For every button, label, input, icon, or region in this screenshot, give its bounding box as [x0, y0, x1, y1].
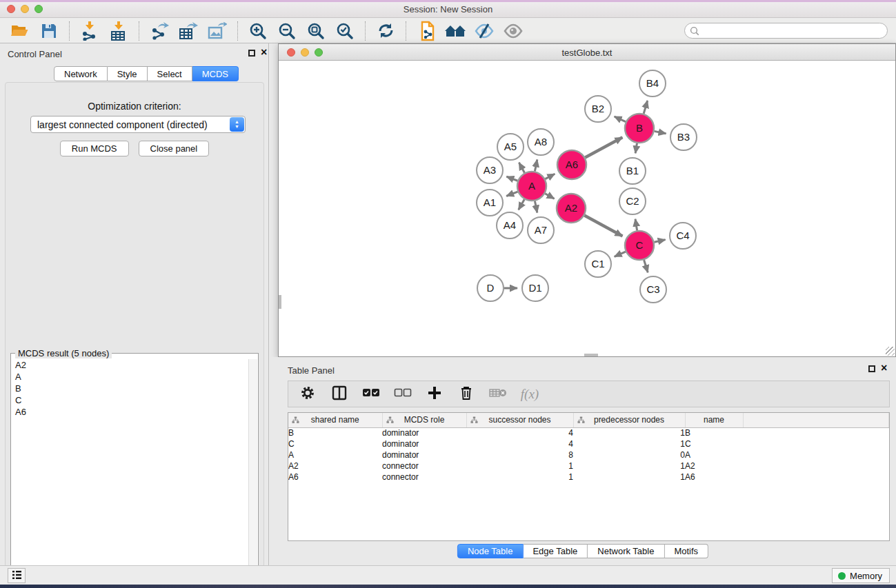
table-cell[interactable]: 1 [466, 460, 573, 472]
tab-style[interactable]: Style [108, 66, 148, 81]
export-network-button[interactable] [145, 20, 174, 42]
graph-node-B3[interactable]: B3 [670, 124, 697, 150]
split-view-button[interactable] [327, 384, 352, 405]
graph-node-B[interactable]: B [625, 114, 654, 143]
add-column-button[interactable] [422, 384, 447, 405]
table-cell[interactable]: B [288, 427, 382, 438]
list-item[interactable]: A2 [12, 359, 248, 371]
float-panel-icon[interactable] [248, 50, 255, 57]
list-item[interactable]: A6 [12, 406, 248, 418]
table-cell[interactable]: connector [382, 472, 466, 483]
zoom-out-button[interactable] [272, 20, 301, 42]
table-cell[interactable]: dominator [382, 438, 466, 449]
tab-edge-table[interactable]: Edge Table [523, 544, 588, 558]
graph-edge-A-A4[interactable] [519, 199, 525, 210]
table-cell[interactable]: A6 [288, 472, 382, 483]
import-network-button[interactable] [75, 20, 104, 42]
graph-edge-B-B3[interactable] [655, 131, 666, 133]
graph-edge-A-A8[interactable] [535, 159, 537, 171]
graph-edge-A-A3[interactable] [506, 176, 517, 181]
select-all-button[interactable] [359, 384, 384, 405]
function-builder-button[interactable]: f(x) [517, 384, 542, 405]
graph-node-A7[interactable]: A7 [528, 217, 554, 243]
table-cell[interactable]: C [288, 438, 382, 449]
resize-grip[interactable] [886, 347, 895, 356]
table-cell[interactable]: dominator [382, 427, 466, 438]
graph-edge-A-A6[interactable] [545, 174, 555, 179]
graph-edge-C-C2[interactable] [635, 219, 637, 231]
graph-edge-A6-B[interactable] [585, 137, 622, 157]
graph-node-C2[interactable]: C2 [619, 188, 646, 214]
delete-table-button[interactable] [486, 384, 510, 405]
table-cell[interactable]: 1 [573, 460, 685, 472]
close-panel-button[interactable]: Close panel [139, 141, 210, 156]
delete-column-button[interactable] [454, 384, 479, 405]
show-panel-button[interactable] [499, 20, 528, 42]
graph-node-C1[interactable]: C1 [585, 251, 611, 277]
column-header-shared-name[interactable]: shared name [288, 413, 382, 427]
export-table-button[interactable] [174, 20, 203, 42]
tab-motifs[interactable]: Motifs [664, 544, 708, 558]
table-cell[interactable]: A6 [685, 472, 743, 483]
table-row[interactable]: Adominator80A [288, 449, 889, 460]
graph-node-A2[interactable]: A2 [557, 194, 586, 223]
result-scrollbar[interactable] [248, 359, 257, 588]
graph-edge-C-C3[interactable] [644, 260, 648, 272]
column-header-predecessor-nodes[interactable]: predecessor nodes [573, 413, 685, 427]
column-header-name[interactable]: name [685, 413, 743, 427]
share-document-button[interactable] [412, 20, 441, 42]
table-cell[interactable]: A [685, 449, 743, 460]
graph-edge-A-A1[interactable] [506, 192, 517, 196]
tab-network-table[interactable]: Network Table [588, 544, 664, 558]
zoom-fit-button[interactable] [301, 20, 330, 42]
list-item[interactable]: C [12, 394, 248, 406]
tab-mcds[interactable]: MCDS [192, 66, 239, 81]
graph-edge-A-A7[interactable] [535, 201, 537, 213]
graph-node-D1[interactable]: D1 [522, 275, 548, 301]
search-input[interactable] [699, 24, 887, 37]
run-mcds-button[interactable]: Run MCDS [60, 141, 129, 156]
list-item[interactable]: A [12, 371, 248, 383]
table-cell[interactable]: 4 [466, 427, 573, 438]
table-row[interactable]: A2connector11A2 [288, 460, 889, 472]
list-item[interactable]: B [12, 383, 248, 394]
graph-node-C[interactable]: C [625, 231, 654, 260]
graph-edge-B-B1[interactable] [635, 143, 637, 154]
graph-edge-C-C4[interactable] [654, 240, 665, 243]
criterion-dropdown[interactable]: largest connected component (directed) ▲… [30, 116, 246, 133]
deselect-all-button[interactable] [390, 384, 415, 405]
column-header-MCDS-role[interactable]: MCDS role [382, 413, 466, 427]
import-table-button[interactable] [104, 20, 133, 42]
graph-node-A3[interactable]: A3 [477, 157, 503, 183]
zoom-in-button[interactable] [243, 20, 272, 42]
memory-button[interactable]: Memory [832, 568, 890, 583]
table-row[interactable]: Bdominator41B [288, 427, 889, 438]
graph-node-B1[interactable]: B1 [619, 158, 646, 184]
table-cell[interactable]: A2 [288, 460, 382, 472]
table-cell[interactable]: A2 [685, 460, 743, 472]
graph-edge-B-B4[interactable] [644, 101, 648, 114]
tab-network[interactable]: Network [54, 66, 108, 81]
table-cell[interactable]: 4 [466, 438, 573, 449]
task-history-button[interactable] [8, 568, 26, 583]
graph-node-A5[interactable]: A5 [497, 134, 524, 160]
graph-edge-A-A5[interactable] [519, 163, 524, 173]
column-header-successor-nodes[interactable]: successor nodes [466, 413, 573, 427]
table-cell[interactable]: connector [382, 460, 466, 472]
table-cell[interactable]: 1 [466, 472, 573, 483]
zoom-selected-button[interactable] [330, 20, 359, 42]
export-image-button[interactable] [203, 20, 232, 42]
table-cell[interactable]: 1 [573, 472, 685, 483]
graph-node-A4[interactable]: A4 [497, 212, 523, 239]
graph-node-B4[interactable]: B4 [639, 70, 666, 97]
table-cell[interactable]: C [685, 438, 743, 449]
horizontal-scroll-thumb[interactable] [584, 354, 598, 356]
graph-node-B2[interactable]: B2 [585, 96, 611, 122]
save-session-button[interactable] [34, 20, 63, 42]
table-cell[interactable]: 0 [573, 449, 685, 460]
graph-node-A6[interactable]: A6 [557, 150, 586, 179]
graph-node-C4[interactable]: C4 [670, 223, 696, 249]
network-canvas[interactable]: B4B2BB3A8A5A6A3B1AC2A1A2A4A7C4CC1DD1C3 [279, 61, 895, 356]
table-cell[interactable]: B [685, 427, 743, 438]
graph-edge-B-B2[interactable] [615, 116, 626, 122]
